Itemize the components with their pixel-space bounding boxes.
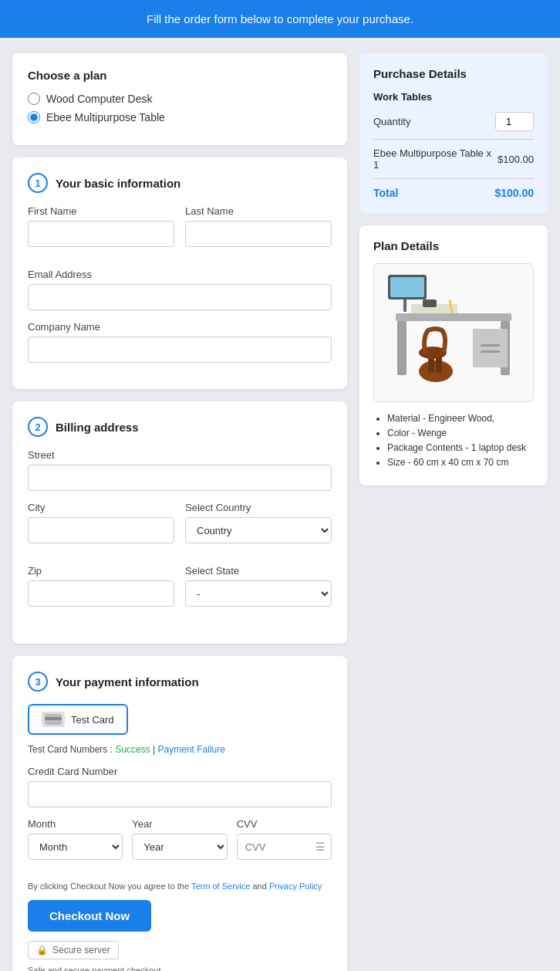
plan-radio-1[interactable] <box>28 93 40 105</box>
cc-number-input[interactable] <box>28 781 332 807</box>
basic-info-card: 1 Your basic information First Name Last… <box>12 157 347 389</box>
choose-plan-title: Choose a plan <box>28 69 332 82</box>
last-name-group: Last Name <box>185 205 332 247</box>
basic-info-header: 1 Your basic information <box>28 173 332 193</box>
year-select[interactable]: Year 2024202520262027 <box>132 834 227 860</box>
test-card-button[interactable]: Test Card <box>28 704 128 735</box>
total-amount: $100.00 <box>494 187 534 199</box>
svg-rect-1 <box>45 717 62 720</box>
spec-4: Size - 60 cm x 40 cm x 70 cm <box>387 457 534 468</box>
total-label: Total <box>373 187 398 199</box>
state-group: Select State - <box>185 565 332 607</box>
tos-link[interactable]: Term of Service <box>191 881 250 891</box>
plan-details-card: Plan Details <box>359 225 548 486</box>
item-row: Ebee Multipurpose Table x 1 $100.00 <box>373 147 534 171</box>
company-input[interactable] <box>28 337 332 363</box>
svg-rect-6 <box>481 344 500 347</box>
quantity-row: Quantity <box>373 112 534 131</box>
cvv-icon: ☰ <box>315 841 326 853</box>
checkout-button[interactable]: Checkout Now <box>28 900 151 932</box>
cc-label: Credit Card Number <box>28 766 332 777</box>
email-label: Email Address <box>28 269 332 280</box>
payment-header: 3 Your payment information <box>28 672 332 692</box>
last-name-label: Last Name <box>185 205 332 217</box>
plan-radio-2[interactable] <box>28 111 40 123</box>
company-group: Company Name <box>28 321 332 363</box>
svg-rect-7 <box>481 350 500 353</box>
email-group: Email Address <box>28 269 332 310</box>
right-column: Purchase Details Work Tables Quantity Eb… <box>359 53 548 971</box>
cvv-label: CVV <box>237 818 332 830</box>
billing-card: 2 Billing address Street City Select Cou… <box>12 401 347 644</box>
test-card-label: Test Card <box>71 714 114 726</box>
test-card-numbers: Test Card Numbers : Success | Payment Fa… <box>28 744 332 755</box>
first-name-label: First Name <box>28 205 174 217</box>
svg-rect-13 <box>390 277 424 297</box>
quantity-label: Quantity <box>373 116 410 127</box>
tos-text: By clicking Checkout Now you agree to th… <box>28 881 332 891</box>
city-input[interactable] <box>28 517 174 543</box>
country-group: Select Country Country <box>185 502 332 543</box>
quantity-input[interactable] <box>495 112 534 131</box>
zip-input[interactable] <box>28 580 174 607</box>
country-select[interactable]: Country <box>185 517 332 543</box>
zip-label: Zip <box>28 565 174 577</box>
payment-row: Month Month 01020304 05060708 09101112 Y… <box>28 818 332 871</box>
secure-badge: 🔒 Secure server <box>28 941 119 959</box>
name-row: First Name Last Name <box>28 205 332 258</box>
tos-prefix: By clicking Checkout Now you agree to th… <box>28 881 191 891</box>
section-number-1: 1 <box>28 173 48 193</box>
first-name-input[interactable] <box>28 221 174 247</box>
basic-info-title: Your basic information <box>56 177 180 190</box>
tos-mid: and <box>252 881 268 891</box>
item-label: Ebee Multipurpose Table x 1 <box>373 147 498 171</box>
state-select[interactable]: - <box>185 580 332 607</box>
billing-header: 2 Billing address <box>28 417 332 437</box>
spec-3: Package Contents - 1 laptop desk <box>387 442 534 453</box>
spec-2: Color - Wenge <box>387 428 534 438</box>
item-price: $100.00 <box>498 154 534 165</box>
section-number-2: 2 <box>28 417 48 437</box>
plan-option-1[interactable]: Wood Computer Desk <box>28 93 332 105</box>
cc-number-group: Credit Card Number <box>28 766 332 807</box>
credit-card-icon <box>45 714 62 725</box>
card-icon <box>42 712 65 727</box>
year-group: Year Year 2024202520262027 <box>132 818 227 860</box>
month-select[interactable]: Month 01020304 05060708 09101112 <box>28 834 123 860</box>
email-input[interactable] <box>28 284 332 310</box>
plan-label-2: Ebee Multipurpose Table <box>46 111 165 123</box>
month-label: Month <box>28 818 123 830</box>
success-link[interactable]: Success <box>115 744 150 755</box>
city-group: City <box>28 502 174 543</box>
last-name-input[interactable] <box>185 221 332 247</box>
total-row: Total $100.00 <box>373 187 534 199</box>
city-label: City <box>28 502 174 513</box>
plan-option-2[interactable]: Ebee Multipurpose Table <box>28 111 332 123</box>
company-label: Company Name <box>28 321 332 333</box>
lock-icon: 🔒 <box>36 945 48 956</box>
failure-link[interactable]: Payment Failure <box>158 744 225 755</box>
section-number-3: 3 <box>28 672 48 692</box>
svg-rect-2 <box>396 313 511 321</box>
cvv-wrapper: ☰ <box>237 834 332 860</box>
safe-text: Safe and secure payment checkout. <box>28 966 332 971</box>
plan-specs: Material - Engineer Wood, Color - Wenge … <box>373 413 534 468</box>
purchase-details-title: Purchase Details <box>373 67 534 80</box>
zip-group: Zip <box>28 565 174 607</box>
desk-image <box>373 263 534 402</box>
first-name-group: First Name <box>28 205 174 247</box>
top-banner: Fill the order form below to complete yo… <box>0 0 560 38</box>
street-label: Street <box>28 449 332 461</box>
cvv-group: CVV ☰ <box>237 818 332 860</box>
desk-svg <box>380 267 527 398</box>
purchase-subtitle: Work Tables <box>373 91 534 103</box>
privacy-link[interactable]: Privacy Policy <box>269 881 322 891</box>
street-input[interactable] <box>28 465 332 491</box>
secure-label: Secure server <box>52 945 110 956</box>
state-label: Select State <box>185 565 332 577</box>
street-group: Street <box>28 449 332 491</box>
svg-rect-3 <box>397 321 407 375</box>
month-group: Month Month 01020304 05060708 09101112 <box>28 818 123 860</box>
country-label: Select Country <box>185 502 332 513</box>
city-country-row: City Select Country Country <box>28 502 332 554</box>
